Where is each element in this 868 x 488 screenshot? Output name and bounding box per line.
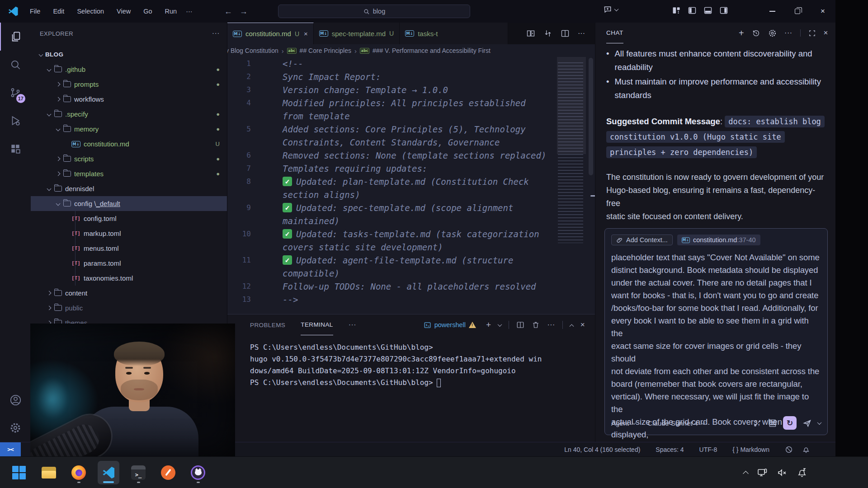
breadcrumb[interactable]: y Blog Constitution › abc ## Core Princi… (227, 44, 595, 57)
start-button[interactable] (8, 461, 30, 484)
editor-scrollbar[interactable] (588, 57, 594, 337)
markdown-preview-icon[interactable] (526, 29, 535, 38)
chat-settings-gear-icon[interactable] (768, 29, 777, 38)
terminal-output[interactable]: PS C:\Users\endless\Documents\GitHub\blo… (227, 335, 595, 389)
windows-terminal-button[interactable]: >_ (127, 461, 149, 484)
code-editor[interactable]: 1 <!-- 2 Sync Impact Report: 3 Version c… (227, 57, 544, 337)
explorer-item[interactable]: constitution.md U (31, 136, 227, 151)
run-debug-activity-button[interactable] (0, 107, 31, 135)
context-attachment-pill[interactable]: M↓ constitution.md:37-40 (677, 235, 760, 245)
minimap-slider[interactable] (557, 57, 586, 154)
encoding-status[interactable]: UTF-8 (699, 446, 717, 453)
settings-button[interactable] (0, 414, 31, 442)
menu-item[interactable]: Go (139, 5, 156, 17)
panel-more-tabs-button[interactable]: ··· (349, 321, 356, 329)
close-tab-icon[interactable]: × (304, 30, 308, 38)
forward-button[interactable]: → (240, 7, 248, 16)
split-terminal-icon[interactable] (516, 321, 524, 329)
split-editor-icon[interactable] (561, 29, 570, 38)
explorer-item[interactable]: taxonomies.toml (31, 271, 227, 286)
remote-indicator[interactable]: >< (0, 442, 21, 457)
queue-list-icon[interactable] (768, 418, 777, 427)
chat-input-box[interactable]: Add Context... M↓ constitution.md:37-40 … (604, 228, 828, 435)
back-button[interactable]: ← (224, 7, 232, 16)
tab-spec-template[interactable]: M↓ spec-template.md U (314, 23, 400, 44)
display-device-icon[interactable] (757, 467, 768, 478)
close-chat-button[interactable]: × (824, 28, 828, 38)
explorer-actions-button[interactable]: ··· (212, 29, 220, 38)
toggle-sidebar-left-icon[interactable] (688, 6, 697, 15)
close-window-button[interactable]: × (810, 0, 835, 23)
send-icon[interactable] (802, 418, 812, 428)
utility-app-button[interactable] (157, 461, 179, 484)
explorer-item[interactable]: menus.toml (31, 241, 227, 256)
explorer-item[interactable]: markup.toml (31, 226, 227, 241)
tray-overflow-chevron-icon[interactable] (743, 471, 749, 477)
menu-item[interactable]: Run (160, 5, 182, 17)
cursor-position-status[interactable]: Ln 40, Col 4 (160 selected) (564, 446, 640, 453)
chat-tab[interactable]: CHAT (606, 23, 623, 43)
explorer-item[interactable]: scripts ● (31, 151, 227, 166)
file-explorer-button[interactable] (38, 461, 60, 484)
terminal-more-actions-button[interactable]: ··· (547, 321, 555, 329)
indentation-status[interactable]: Spaces: 4 (656, 446, 684, 453)
more-actions-button[interactable]: ··· (578, 29, 585, 38)
menu-item[interactable]: File (25, 5, 45, 17)
model-picker[interactable]: Claude Sonnet 4 (647, 419, 705, 427)
explorer-item[interactable]: memory ● (31, 122, 227, 136)
new-terminal-button[interactable]: + (486, 320, 491, 330)
toggle-panel-icon[interactable] (703, 6, 712, 15)
language-mode-status[interactable]: { } Markdown (732, 446, 769, 453)
problems-tab[interactable]: PROBLEMS (250, 314, 285, 335)
command-center-search[interactable]: blog (278, 5, 470, 18)
tab-constitution[interactable]: M↓ constitution.md U × (227, 23, 314, 44)
kill-terminal-trash-icon[interactable] (532, 321, 540, 329)
copilot-menu-button[interactable] (603, 5, 618, 14)
breadcrumb-segment[interactable]: y Blog Constitution (227, 47, 278, 54)
github-desktop-button[interactable] (187, 461, 209, 484)
shell-selector[interactable]: powershell ! (424, 321, 476, 329)
account-button[interactable] (0, 386, 31, 414)
explorer-activity-button[interactable] (0, 23, 31, 51)
firefox-button[interactable] (68, 461, 90, 484)
close-panel-button[interactable]: × (580, 320, 585, 329)
minimap[interactable] (557, 57, 586, 283)
menu-item[interactable]: Selection (72, 5, 108, 17)
explorer-item[interactable]: dennisdel (31, 181, 227, 196)
explorer-item[interactable]: config \ _default (31, 196, 227, 211)
maximize-panel-chevron-icon[interactable] (569, 324, 574, 328)
notifications-bell-icon[interactable] (802, 446, 810, 454)
source-control-activity-button[interactable]: 17 (0, 79, 31, 107)
add-context-button[interactable]: Add Context... (611, 235, 673, 245)
volume-muted-icon[interactable] (777, 467, 788, 478)
copilot-disabled-icon[interactable] (785, 446, 793, 454)
customize-layout-icon[interactable] (672, 6, 681, 15)
tab-tasks-template[interactable]: M↓ tasks-t (400, 23, 508, 44)
chat-history-icon[interactable] (752, 29, 760, 38)
new-chat-button[interactable]: + (739, 28, 744, 38)
explorer-item[interactable]: .github ● (31, 62, 227, 77)
explorer-item[interactable]: prompts ● (31, 77, 227, 92)
explorer-item[interactable]: BLOG (31, 47, 227, 62)
vscode-button[interactable] (98, 461, 119, 484)
breadcrumb-segment[interactable]: ### V. Performance and Accessibility Fir… (373, 47, 491, 54)
explorer-item[interactable]: .specify ● (31, 107, 227, 122)
menu-item[interactable]: View (112, 5, 135, 17)
send-options-chevron-icon[interactable] (817, 420, 822, 425)
compare-changes-icon[interactable] (543, 29, 552, 38)
extensions-activity-button[interactable] (0, 135, 31, 163)
explorer-item[interactable]: templates ● (31, 166, 227, 181)
explorer-item[interactable]: params.toml (31, 256, 227, 271)
maximize-restore-button[interactable] (785, 0, 810, 23)
explorer-item[interactable]: content (31, 286, 227, 300)
minimize-button[interactable] (760, 0, 785, 23)
expand-chat-icon[interactable] (808, 29, 816, 37)
chat-more-actions-button[interactable]: ··· (784, 29, 792, 37)
terminal-profiles-chevron-icon[interactable] (498, 322, 502, 327)
explorer-item[interactable]: config.toml (31, 211, 227, 226)
notifications-dnd-icon[interactable] (797, 467, 807, 478)
toggle-sidebar-right-icon[interactable] (719, 6, 728, 15)
menu-item[interactable]: Edit (48, 5, 69, 17)
menu-more-button[interactable]: ··· (181, 5, 197, 17)
search-activity-button[interactable] (0, 51, 31, 79)
